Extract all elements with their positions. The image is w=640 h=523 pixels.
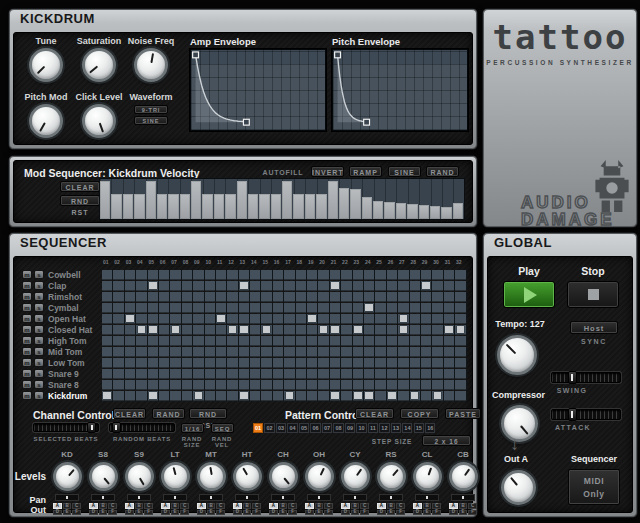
step-cell[interactable] <box>239 314 250 324</box>
pattern-slot-01[interactable]: 01 <box>253 423 263 433</box>
step-cell[interactable] <box>205 325 216 335</box>
out-button-c[interactable]: C <box>252 503 261 509</box>
mod-clear-button[interactable]: CLEAR <box>60 181 100 192</box>
level-knob-oh[interactable] <box>305 462 334 491</box>
saturation-knob[interactable] <box>82 48 116 82</box>
step-cell[interactable] <box>341 325 352 335</box>
step-cell[interactable] <box>421 314 432 324</box>
step-cell[interactable] <box>444 325 455 335</box>
selected-beats-slider[interactable] <box>33 423 99 432</box>
step-cell[interactable] <box>136 391 147 401</box>
step-cell[interactable] <box>398 325 409 335</box>
noise-freq-knob[interactable] <box>134 48 168 82</box>
solo-button[interactable]: s <box>34 314 44 323</box>
pan-slider[interactable] <box>235 494 259 501</box>
step-cell[interactable] <box>307 391 318 401</box>
row-label[interactable]: Kickdrum <box>48 391 100 401</box>
step-cell[interactable] <box>296 314 307 324</box>
out-button-f[interactable]: F <box>252 510 261 516</box>
step-cell[interactable] <box>284 281 295 291</box>
step-cell[interactable] <box>250 292 261 302</box>
step-cell[interactable] <box>284 347 295 357</box>
step-cell[interactable] <box>113 369 124 379</box>
step-cell[interactable] <box>261 358 272 368</box>
pan-slider[interactable] <box>91 494 115 501</box>
step-cell[interactable] <box>125 347 136 357</box>
step-cell[interactable] <box>444 391 455 401</box>
mod-bar-10[interactable] <box>202 194 212 219</box>
step-cell[interactable] <box>193 347 204 357</box>
step-cell[interactable] <box>113 347 124 357</box>
step-cell[interactable] <box>261 336 272 346</box>
step-cell[interactable] <box>375 347 386 357</box>
step-cell[interactable] <box>398 314 409 324</box>
step-cell[interactable] <box>432 391 443 401</box>
step-cell[interactable] <box>455 358 466 368</box>
step-cell[interactable] <box>102 270 113 280</box>
pattern-slot-04[interactable]: 04 <box>287 423 297 433</box>
step-cell[interactable] <box>330 380 341 390</box>
step-cell[interactable] <box>193 358 204 368</box>
mod-bar-4[interactable] <box>134 194 144 219</box>
pattern-slot-11[interactable]: 11 <box>368 423 378 433</box>
step-cell[interactable] <box>239 270 250 280</box>
step-cell[interactable] <box>239 281 250 291</box>
play-button[interactable] <box>503 281 555 308</box>
rand-size-button[interactable]: 1/16 <box>181 423 204 433</box>
step-cell[interactable] <box>341 314 352 324</box>
step-cell[interactable] <box>387 325 398 335</box>
step-cell[interactable] <box>148 347 159 357</box>
step-cell[interactable] <box>318 369 329 379</box>
step-cell[interactable] <box>318 314 329 324</box>
step-cell[interactable] <box>148 314 159 324</box>
mod-bar-13[interactable] <box>237 181 247 219</box>
step-cell[interactable] <box>341 358 352 368</box>
step-cell[interactable] <box>307 369 318 379</box>
step-cell[interactable] <box>353 336 364 346</box>
level-knob-rs[interactable] <box>377 462 406 491</box>
step-cell[interactable] <box>216 380 227 390</box>
step-cell[interactable] <box>136 325 147 335</box>
out-button-c[interactable]: C <box>360 503 369 509</box>
step-cell[interactable] <box>125 314 136 324</box>
out-button-f[interactable]: F <box>72 510 81 516</box>
out-button-b[interactable]: B <box>423 503 432 509</box>
step-cell[interactable] <box>387 391 398 401</box>
pan-slider[interactable] <box>451 494 475 501</box>
mod-bar-5[interactable] <box>146 181 156 219</box>
pan-slider[interactable] <box>127 494 151 501</box>
host-sync-button[interactable]: Host <box>570 321 618 334</box>
step-cell[interactable] <box>398 336 409 346</box>
step-cell[interactable] <box>159 292 170 302</box>
step-cell[interactable] <box>136 369 147 379</box>
solo-button[interactable]: s <box>34 325 44 334</box>
step-cell[interactable] <box>387 270 398 280</box>
mod-bar-21[interactable] <box>328 181 338 219</box>
mod-rndrst-button[interactable]: RND RST <box>60 195 100 206</box>
step-cell[interactable] <box>318 292 329 302</box>
step-cell[interactable] <box>159 391 170 401</box>
step-cell[interactable] <box>318 325 329 335</box>
step-cell[interactable] <box>227 391 238 401</box>
step-cell[interactable] <box>182 325 193 335</box>
pan-slider[interactable] <box>415 494 439 501</box>
step-cell[interactable] <box>125 292 136 302</box>
step-cell[interactable] <box>182 314 193 324</box>
step-cell[interactable] <box>330 336 341 346</box>
step-cell[interactable] <box>159 347 170 357</box>
step-cell[interactable] <box>330 270 341 280</box>
step-cell[interactable] <box>239 292 250 302</box>
out-button-e[interactable]: E <box>135 510 144 516</box>
out-button-d[interactable]: D <box>161 510 170 516</box>
step-cell[interactable] <box>250 391 261 401</box>
step-cell[interactable] <box>330 325 341 335</box>
mod-bar-15[interactable] <box>259 194 269 219</box>
out-button-c[interactable]: C <box>324 503 333 509</box>
level-knob-ht[interactable] <box>233 462 262 491</box>
mod-bar-23[interactable] <box>350 189 360 219</box>
step-cell[interactable] <box>113 358 124 368</box>
step-cell[interactable] <box>170 314 181 324</box>
step-cell[interactable] <box>307 303 318 313</box>
step-cell[interactable] <box>444 270 455 280</box>
out-button-e[interactable]: E <box>63 510 72 516</box>
